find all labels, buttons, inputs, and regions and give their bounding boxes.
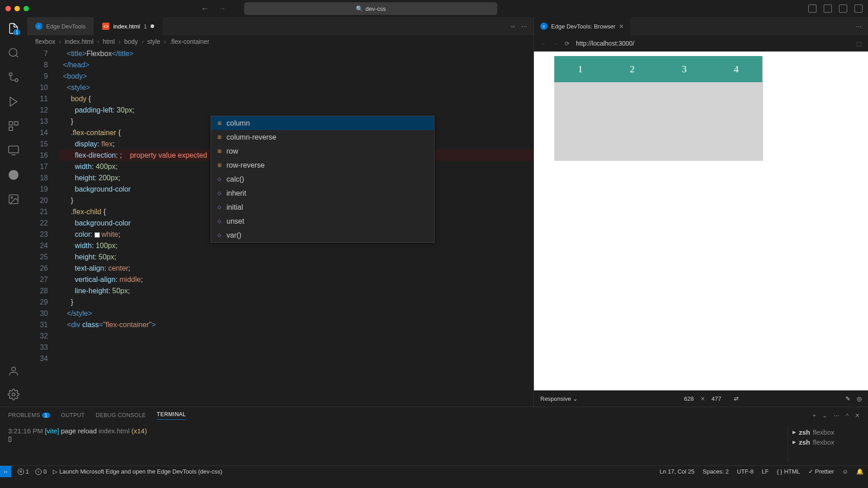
tab-label: Edge DevTools xyxy=(46,23,85,30)
status-encoding[interactable]: UTF-8 xyxy=(737,468,754,475)
new-terminal-icon[interactable]: + xyxy=(812,412,816,419)
close-panel-icon[interactable]: ✕ xyxy=(855,412,860,419)
search-activity-icon[interactable] xyxy=(8,47,19,59)
bc-item[interactable]: style xyxy=(147,38,160,45)
tab-edge-devtools[interactable]: e Edge DevTools xyxy=(27,17,94,35)
tab-problem-count: 1 xyxy=(144,23,147,30)
terminal[interactable]: 3:21:16 PM [vite] page reload index.html… xyxy=(0,423,868,465)
rotate-icon[interactable]: ⇄ xyxy=(734,395,739,402)
browser-tabs: e Edge DevTools: Browser ✕ ⋯ xyxy=(534,17,868,35)
status-eol[interactable]: LF xyxy=(762,468,769,475)
extensions-icon[interactable] xyxy=(8,120,19,132)
code-editor[interactable]: 7891011121314151617181920212223242526272… xyxy=(27,48,533,407)
viewport-width[interactable]: 628 xyxy=(684,395,694,402)
autocomplete-item[interactable]: ⊞column-reverse xyxy=(211,130,434,144)
autocomplete-item[interactable]: ⊞row xyxy=(211,144,434,158)
images-icon[interactable] xyxy=(8,193,19,205)
status-bell-icon[interactable]: 🔔 xyxy=(856,468,863,475)
flex-child: 2 xyxy=(606,56,658,82)
terminal-entry[interactable]: ▸ zsh flexbox xyxy=(793,437,860,447)
autocomplete-item[interactable]: ◇var() xyxy=(211,228,434,242)
scm-icon[interactable] xyxy=(8,71,19,83)
device-toolbar: Responsive ⌄ 628 ✕ 477 ⇄ ✎ ◎ xyxy=(534,390,868,407)
forward-icon[interactable]: → xyxy=(218,4,226,14)
terminal-dropdown-icon[interactable]: ⌄ xyxy=(822,412,827,419)
bc-item[interactable]: html xyxy=(103,38,115,45)
status-language[interactable]: { } HTML xyxy=(777,468,800,475)
command-center[interactable]: 🔍 dev-css xyxy=(244,2,497,15)
dim-separator: ✕ xyxy=(700,395,705,402)
term-file: index.html xyxy=(99,427,129,435)
panel-tab-debug[interactable]: DEBUG CONSOLE xyxy=(96,412,146,418)
project-name: dev-css xyxy=(366,5,386,12)
status-indent[interactable]: Spaces: 2 xyxy=(703,468,729,475)
maximize-panel-icon[interactable]: ^ xyxy=(846,412,849,419)
status-prettier[interactable]: ✓ Prettier xyxy=(808,468,834,475)
panel-tab-output[interactable]: OUTPUT xyxy=(61,412,85,418)
autocomplete-item[interactable]: ◇unset xyxy=(211,214,434,228)
autocomplete-item[interactable]: ◇inherit xyxy=(211,186,434,200)
account-icon[interactable] xyxy=(8,365,19,377)
device-select[interactable]: Responsive ⌄ xyxy=(540,395,578,402)
panel-tab-problems[interactable]: PROBLEMS1 xyxy=(8,412,50,418)
svg-point-0 xyxy=(9,48,17,56)
browser-tab-label: Edge DevTools: Browser xyxy=(551,23,615,30)
browser-viewport[interactable]: 1234 xyxy=(534,52,868,390)
viewport-height[interactable]: 477 xyxy=(712,395,722,402)
term-msg: page reload xyxy=(61,427,97,435)
css-hint-icon[interactable]: ✎ xyxy=(845,395,850,402)
breadcrumb[interactable]: flexbox› index.html› html› body› style› … xyxy=(27,35,533,48)
editor-group: e Edge DevTools <> index.html 1 ▫▫ ⋯ fle… xyxy=(27,17,533,407)
terminal-list: ▸ zsh flexbox▸ zsh flexbox xyxy=(788,427,860,462)
flex-child: 4 xyxy=(710,56,762,82)
status-warnings[interactable]: !0 xyxy=(35,468,47,475)
emulate-icon[interactable]: ◎ xyxy=(857,395,862,402)
bc-item[interactable]: index.html xyxy=(65,38,94,45)
bc-item[interactable]: .flex-container xyxy=(170,38,209,45)
autocomplete-item[interactable]: ◇initial xyxy=(211,200,434,214)
reload-icon[interactable]: ⟳ xyxy=(565,40,570,47)
toggle-panel-icon[interactable] xyxy=(824,5,832,13)
status-feedback-icon[interactable]: ☺ xyxy=(842,468,848,475)
url-bar[interactable]: http://localhost:3000/ xyxy=(576,40,634,47)
close-icon[interactable]: ✕ xyxy=(619,23,624,30)
rendered-flex-container: 1234 xyxy=(554,56,763,161)
toggle-secondary-icon[interactable] xyxy=(839,5,847,13)
browser-forward-icon[interactable]: → xyxy=(552,40,558,47)
more-actions-icon[interactable]: ⋯ xyxy=(521,23,527,30)
split-editor-icon[interactable]: ▫▫ xyxy=(511,23,515,30)
term-repeat-count: (x14) xyxy=(132,427,147,435)
panel-tab-terminal[interactable]: TERMINAL xyxy=(157,411,186,420)
more-actions-icon[interactable]: ⋯ xyxy=(856,23,862,30)
status-launch-edge[interactable]: ▷ Launch Microsoft Edge and open the Edg… xyxy=(53,468,222,475)
code-content[interactable]: <title>Flexbox</title> </head> <body> <s… xyxy=(59,48,533,407)
tab-index-html[interactable]: <> index.html 1 xyxy=(94,17,162,35)
browser-tab[interactable]: e Edge DevTools: Browser ✕ xyxy=(534,17,630,35)
devtools-icon[interactable] xyxy=(8,145,19,156)
inspect-icon[interactable]: ⬚ xyxy=(856,40,862,47)
status-errors[interactable]: ✕1 xyxy=(18,468,29,475)
toggle-sidebar-icon[interactable] xyxy=(808,5,816,13)
back-icon[interactable]: ← xyxy=(201,4,209,14)
split-terminal-icon[interactable]: ⋯ xyxy=(834,412,840,419)
autocomplete-item[interactable]: ⊞column xyxy=(211,116,434,130)
edge-icon[interactable] xyxy=(8,169,19,181)
autocomplete-item[interactable]: ◇calc() xyxy=(211,172,434,186)
remote-indicator[interactable]: ›‹ xyxy=(0,466,11,477)
settings-icon[interactable] xyxy=(8,389,19,400)
customize-layout-icon[interactable] xyxy=(854,5,863,13)
bc-item[interactable]: body xyxy=(124,38,138,45)
explorer-icon[interactable]: 1 xyxy=(8,23,19,34)
bc-item[interactable]: flexbox xyxy=(35,38,55,45)
minimize-window-icon[interactable] xyxy=(14,6,20,11)
autocomplete-item[interactable]: ⊞row-reverse xyxy=(211,158,434,172)
terminal-entry[interactable]: ▸ zsh flexbox xyxy=(793,427,860,437)
titlebar: ← → 🔍 dev-css xyxy=(0,0,868,17)
status-cursor[interactable]: Ln 17, Col 25 xyxy=(660,468,694,475)
maximize-window-icon[interactable] xyxy=(24,6,29,11)
browser-back-icon[interactable]: ← xyxy=(540,40,546,47)
close-window-icon[interactable] xyxy=(5,6,11,11)
debug-icon[interactable] xyxy=(8,96,19,108)
svg-point-10 xyxy=(9,170,19,180)
svg-point-3 xyxy=(9,73,12,76)
